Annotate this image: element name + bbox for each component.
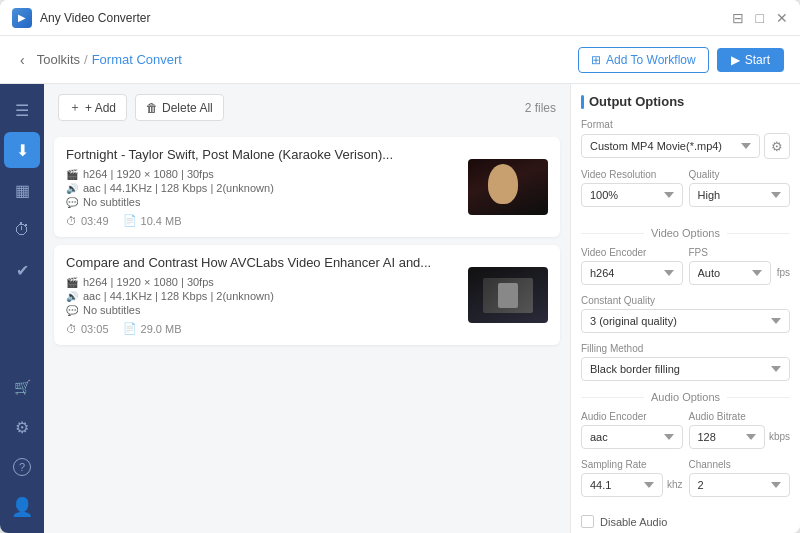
video-meta: h264 | 1920 × 1080 | 30fps: [83, 276, 214, 288]
encoder-select[interactable]: h264: [581, 261, 683, 285]
sidebar-item-tasks[interactable]: ✔: [4, 252, 40, 288]
file-panel-header: ＋ + Add 🗑 Delete All 2 files: [44, 84, 570, 131]
breadcrumb: Toolkits / Format Convert: [37, 52, 182, 67]
breadcrumb-root[interactable]: Toolkits: [37, 52, 80, 67]
breadcrumb-current: Format Convert: [92, 52, 182, 67]
quality-select[interactable]: High: [689, 183, 791, 207]
filling-label: Filling Method: [581, 343, 790, 354]
plus-icon: ＋: [69, 99, 81, 116]
file-icon: 📄: [123, 322, 137, 335]
audio-encoder-select[interactable]: aac: [581, 425, 683, 449]
subtitle-meta: No subtitles: [83, 196, 140, 208]
file-name: Fortnight - Taylor Swift, Post Malone (K…: [66, 147, 458, 162]
add-label: + Add: [85, 101, 116, 115]
audio-icon: 🔊: [66, 183, 78, 194]
bitrate-select[interactable]: 128: [689, 425, 765, 449]
bitrate-label: Audio Bitrate: [689, 411, 791, 422]
filling-option: Filling Method Black border filling: [581, 343, 790, 381]
minimize-icon[interactable]: ⊟: [732, 10, 744, 26]
quality-option: Constant Quality 3 (original quality): [581, 295, 790, 333]
delete-all-button[interactable]: 🗑 Delete All: [135, 94, 224, 121]
audio-encoder-label: Audio Encoder: [581, 411, 683, 422]
sidebar-item-user[interactable]: 👤: [4, 489, 40, 525]
format-option: Format Custom MP4 Movie(*.mp4) ⚙: [581, 119, 790, 159]
video-icon: 🎬: [66, 277, 78, 288]
khz-unit: khz: [667, 479, 683, 497]
encoder-label: Video Encoder: [581, 247, 683, 258]
video-icon: 🎬: [66, 169, 78, 180]
subtitle-icon: 💬: [66, 305, 78, 316]
size: 29.0 MB: [141, 323, 182, 335]
convert-icon: ⬇: [16, 141, 29, 160]
sidebar-item-menu[interactable]: ☰: [4, 92, 40, 128]
settings-icon: ⚙: [15, 418, 29, 437]
check-icon: ✔: [16, 261, 29, 280]
toolbar: ‹ Toolkits / Format Convert ⊞ Add To Wor…: [0, 36, 800, 84]
sidebar-item-history[interactable]: ⏱: [4, 212, 40, 248]
help-icon: ?: [13, 458, 31, 476]
channels-select[interactable]: 2: [689, 473, 791, 497]
workflow-icon: ⊞: [591, 53, 601, 67]
list-item[interactable]: Compare and Contrast How AVCLabs Video E…: [54, 245, 560, 345]
audio-meta: aac | 44.1KHz | 128 Kbps | 2(unknown): [83, 182, 274, 194]
sidebar-item-chart[interactable]: ▦: [4, 172, 40, 208]
duration: 03:05: [81, 323, 109, 335]
duration: 03:49: [81, 215, 109, 227]
trash-icon: 🗑: [146, 101, 158, 115]
subtitle-meta: No subtitles: [83, 304, 140, 316]
start-button[interactable]: ▶ Start: [717, 48, 784, 72]
size: 10.4 MB: [141, 215, 182, 227]
sidebar-item-convert[interactable]: ⬇: [4, 132, 40, 168]
disable-audio-checkbox[interactable]: [581, 515, 594, 528]
file-thumbnail: [468, 267, 548, 323]
chart-icon: ▦: [15, 181, 30, 200]
resolution-select[interactable]: 100%: [581, 183, 683, 207]
format-label: Format: [581, 119, 790, 130]
disable-audio-label: Disable Audio: [600, 516, 667, 528]
sidebar-item-cart[interactable]: 🛒: [4, 369, 40, 405]
encoder-fps-row: Video Encoder h264 FPS Auto fps: [581, 247, 790, 295]
channels-label: Channels: [689, 459, 791, 470]
workflow-label: Add To Workflow: [606, 53, 696, 67]
filling-select[interactable]: Black border filling: [581, 357, 790, 381]
start-label: Start: [745, 53, 770, 67]
resolution-quality-row: Video Resolution 100% Quality High: [581, 169, 790, 217]
kbps-unit: kbps: [769, 431, 790, 449]
file-panel: ＋ + Add 🗑 Delete All 2 files Fortnight -…: [44, 84, 570, 533]
file-list: Fortnight - Taylor Swift, Post Malone (K…: [44, 131, 570, 533]
app-title: Any Video Converter: [40, 11, 151, 25]
gear-button[interactable]: ⚙: [764, 133, 790, 159]
add-to-workflow-button[interactable]: ⊞ Add To Workflow: [578, 47, 709, 73]
back-button[interactable]: ‹: [16, 48, 29, 72]
sidebar-item-help[interactable]: ?: [4, 449, 40, 485]
format-select[interactable]: Custom MP4 Movie(*.mp4): [581, 134, 760, 158]
fps-label: FPS: [689, 247, 791, 258]
close-icon[interactable]: ✕: [776, 10, 788, 26]
sampling-select[interactable]: 44.1: [581, 473, 663, 497]
output-panel: Output Options Format Custom MP4 Movie(*…: [570, 84, 800, 533]
cq-select[interactable]: 3 (original quality): [581, 309, 790, 333]
subtitle-icon: 💬: [66, 197, 78, 208]
cart-icon: 🛒: [14, 379, 31, 395]
breadcrumb-separator: /: [84, 52, 88, 67]
user-avatar: 👤: [11, 496, 33, 518]
clock-icon: ⏱: [14, 221, 30, 239]
cq-label: Constant Quality: [581, 295, 790, 306]
maximize-icon[interactable]: □: [756, 10, 764, 26]
audio-icon: 🔊: [66, 291, 78, 302]
sampling-channels-row: Sampling Rate 44.1 khz Channels 2: [581, 459, 790, 507]
disable-audio-row: Disable Audio: [581, 515, 790, 528]
sidebar-item-settings[interactable]: ⚙: [4, 409, 40, 445]
fps-select[interactable]: Auto: [689, 261, 771, 285]
file-thumbnail: [468, 159, 548, 215]
add-file-button[interactable]: ＋ + Add: [58, 94, 127, 121]
delete-all-label: Delete All: [162, 101, 213, 115]
quality-label: Quality: [689, 169, 791, 180]
list-item[interactable]: Fortnight - Taylor Swift, Post Malone (K…: [54, 137, 560, 237]
file-name: Compare and Contrast How AVCLabs Video E…: [66, 255, 458, 270]
sidebar: ☰ ⬇ ▦ ⏱ ✔ 🛒 ⚙ ?: [0, 84, 44, 533]
audio-encoder-bitrate-row: Audio Encoder aac Audio Bitrate 128: [581, 411, 790, 459]
menu-icon: ☰: [15, 101, 29, 120]
resolution-label: Video Resolution: [581, 169, 683, 180]
audio-meta: aac | 44.1KHz | 128 Kbps | 2(unknown): [83, 290, 274, 302]
